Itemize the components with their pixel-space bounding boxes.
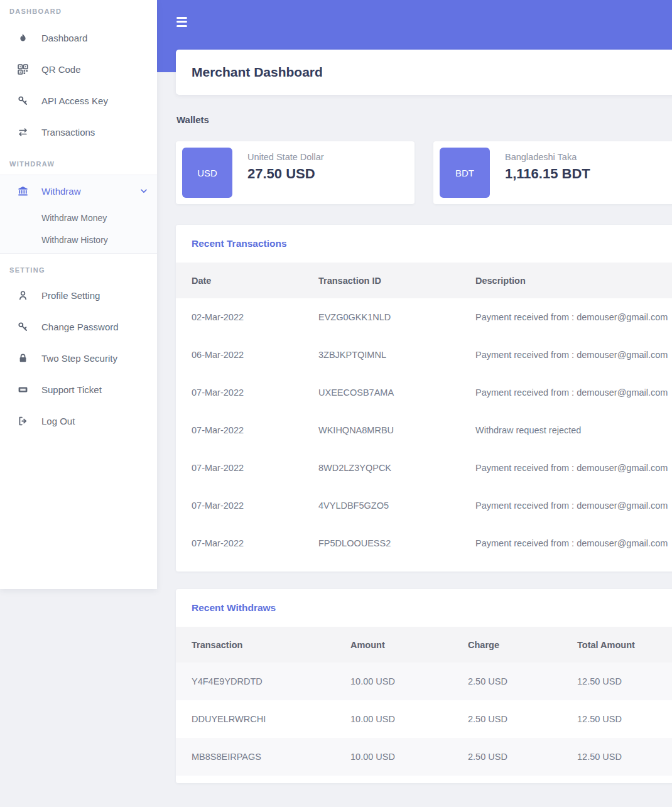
cell-transaction-id: FP5DLOOUESS2 [318, 524, 475, 562]
sidebar-item-label: Withdraw [41, 186, 81, 197]
recent-withdraws-heading: Recent Withdraws [176, 589, 672, 627]
wallet-info: United State Dollar 27.50 USD [247, 148, 324, 198]
cell-description: Payment received from : demouser@gmail.c… [475, 298, 672, 336]
wallet-card-bdt: BDT Bangladeshi Taka 1,116.15 BDT [433, 141, 672, 204]
sidebar-item-support-ticket[interactable]: Support Ticket [0, 374, 157, 405]
wallet-balance: 27.50 USD [247, 165, 324, 183]
column-header-description: Description [475, 263, 672, 298]
cell-date: 07-Mar-2022 [176, 374, 318, 411]
cell-transaction-id: 8WD2LZ3YQPCK [318, 449, 475, 487]
sidebar: DASHBOARD Dashboard QR Code [0, 0, 157, 589]
wallet-info: Bangladeshi Taka 1,116.15 BDT [505, 148, 590, 198]
table-header-row: Date Transaction ID Description [176, 263, 672, 298]
sidebar-item-qr-code[interactable]: QR Code [0, 53, 157, 85]
sidebar-item-withdraw-history[interactable]: Withdraw History [0, 229, 157, 251]
ticket-icon [18, 384, 28, 395]
recent-withdraws-panel: Recent Withdraws Transaction Amount Char… [176, 589, 672, 783]
table-header-row: Transaction Amount Charge Total Amount [176, 627, 672, 663]
user-icon [18, 290, 28, 301]
sidebar-item-label: Change Password [41, 322, 119, 332]
table-row: Y4F4E9YDRDTD 10.00 USD 2.50 USD 12.50 US… [176, 663, 672, 700]
cell-transaction-id: EVZG0GKK1NLD [318, 298, 475, 336]
bank-icon [18, 186, 28, 197]
cell-description: Payment received from : demouser@gmail.c… [475, 487, 672, 524]
cell-transaction: Y4F4E9YDRDTD [176, 663, 350, 700]
chevron-down-icon [139, 187, 148, 195]
wallet-currency-name: Bangladeshi Taka [505, 151, 590, 163]
sidebar-item-change-password[interactable]: Change Password [0, 311, 157, 342]
table-row: 07-Mar-2022 WKIHQNA8MRBU Withdraw reques… [176, 411, 672, 449]
column-header-charge: Charge [468, 627, 577, 663]
cell-transaction: DDUYELRWRCHI [176, 700, 350, 738]
recent-withdraws-table: Transaction Amount Charge Total Amount Y… [176, 627, 672, 776]
recent-transactions-panel: Recent Transactions Date Transaction ID … [176, 225, 672, 571]
cell-amount: 10.00 USD [350, 700, 468, 738]
table-row: 02-Mar-2022 EVZG0GKK1NLD Payment receive… [176, 298, 672, 336]
cell-transaction-id: UXEECOSB7AMA [318, 374, 475, 411]
sidebar-group-withdraw: Withdraw Withdraw Money Withdraw History [0, 175, 157, 254]
wallet-card-usd: USD United State Dollar 27.50 USD [176, 141, 415, 204]
hamburger-icon[interactable] [176, 17, 187, 29]
sidebar-item-withdraw[interactable]: Withdraw [0, 175, 157, 207]
cell-amount: 10.00 USD [350, 663, 468, 700]
sidebar-item-log-out[interactable]: Log Out [0, 405, 157, 436]
sidebar-item-profile-setting[interactable]: Profile Setting [0, 279, 157, 311]
key-icon [18, 322, 28, 332]
sidebar-item-label: API Access Key [41, 95, 108, 106]
column-header-total-amount: Total Amount [577, 627, 672, 663]
recent-transactions-table: Date Transaction ID Description 02-Mar-2… [176, 263, 672, 562]
cell-amount: 10.00 USD [350, 738, 468, 776]
transactions-icon [18, 127, 28, 138]
qr-code-icon [18, 64, 28, 75]
sidebar-item-withdraw-money[interactable]: Withdraw Money [0, 207, 157, 229]
sidebar-item-label: Dashboard [41, 33, 87, 43]
currency-badge-usd: USD [182, 148, 232, 198]
table-row: 06-Mar-2022 3ZBJKPTQIMNL Payment receive… [176, 336, 672, 374]
sidebar-item-label: QR Code [41, 64, 81, 75]
cell-date: 06-Mar-2022 [176, 336, 318, 374]
cell-total-amount: 12.50 USD [577, 700, 672, 738]
table-row: 07-Mar-2022 4VYLDBF5GZO5 Payment receive… [176, 487, 672, 524]
sidebar-section-label-setting: SETTING [0, 265, 157, 276]
recent-transactions-heading: Recent Transactions [176, 225, 672, 263]
sidebar-section-label-withdraw: WITHDRAW [0, 159, 157, 170]
sidebar-item-label: Profile Setting [41, 290, 100, 301]
column-header-amount: Amount [350, 627, 468, 663]
page-title: Merchant Dashboard [192, 65, 323, 80]
sidebar-item-api-access-key[interactable]: API Access Key [0, 85, 157, 116]
cell-date: 02-Mar-2022 [176, 298, 318, 336]
wallet-balance: 1,116.15 BDT [505, 165, 590, 183]
sidebar-item-two-step-security[interactable]: Two Step Security [0, 342, 157, 374]
table-row: MB8S8EIRPAGS 10.00 USD 2.50 USD 12.50 US… [176, 738, 672, 776]
flame-icon [18, 33, 28, 43]
sidebar-item-label: Transactions [41, 127, 95, 138]
cell-charge: 2.50 USD [468, 738, 577, 776]
column-header-date: Date [176, 263, 318, 298]
cell-description: Payment received from : demouser@gmail.c… [475, 449, 672, 487]
cell-transaction-id: WKIHQNA8MRBU [318, 411, 475, 449]
column-header-transaction: Transaction [176, 627, 350, 663]
sidebar-item-dashboard[interactable]: Dashboard [0, 22, 157, 53]
currency-badge-bdt: BDT [440, 148, 490, 198]
page-title-card: Merchant Dashboard [176, 50, 672, 95]
cell-charge: 2.50 USD [468, 700, 577, 738]
sidebar-item-transactions[interactable]: Transactions [0, 116, 157, 148]
lock-icon [18, 353, 28, 364]
wallet-currency-name: United State Dollar [247, 151, 324, 163]
table-row: 07-Mar-2022 FP5DLOOUESS2 Payment receive… [176, 524, 672, 562]
wallets-heading: Wallets [176, 114, 209, 125]
cell-date: 07-Mar-2022 [176, 449, 318, 487]
cell-description: Payment received from : demouser@gmail.c… [475, 374, 672, 411]
table-row: 07-Mar-2022 8WD2LZ3YQPCK Payment receive… [176, 449, 672, 487]
table-row: 07-Mar-2022 UXEECOSB7AMA Payment receive… [176, 374, 672, 411]
table-row: DDUYELRWRCHI 10.00 USD 2.50 USD 12.50 US… [176, 700, 672, 738]
logout-icon [18, 416, 28, 426]
cell-transaction-id: 3ZBJKPTQIMNL [318, 336, 475, 374]
cell-transaction: MB8S8EIRPAGS [176, 738, 350, 776]
cell-transaction-id: 4VYLDBF5GZO5 [318, 487, 475, 524]
key-icon [18, 95, 28, 106]
sidebar-item-label: Log Out [41, 416, 75, 426]
cell-total-amount: 12.50 USD [577, 738, 672, 776]
sidebar-item-label: Two Step Security [41, 353, 117, 364]
sidebar-section-label-dashboard: DASHBOARD [0, 6, 157, 17]
